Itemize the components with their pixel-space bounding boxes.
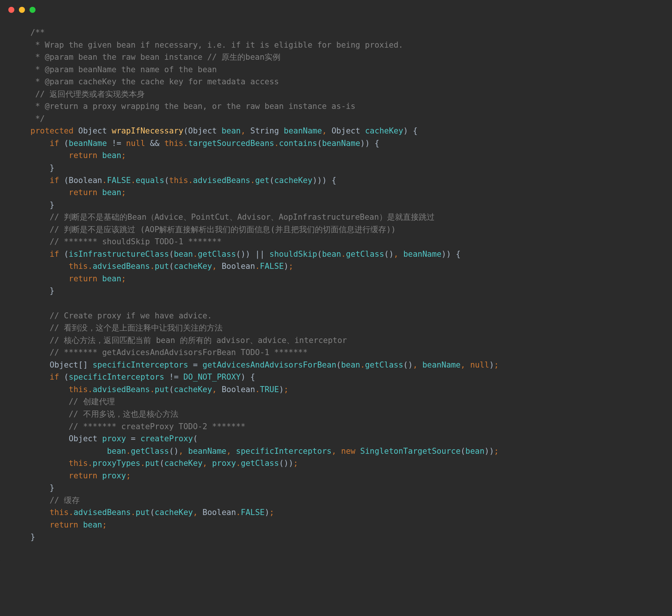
code-token: , bbox=[179, 447, 188, 456]
code-token bbox=[31, 139, 50, 148]
code-token: )) { bbox=[360, 139, 379, 148]
zoom-icon[interactable] bbox=[29, 7, 36, 13]
code-token: . bbox=[150, 385, 155, 394]
code-token: // Create proxy if we have advice. bbox=[31, 311, 212, 320]
code-token: // 缓存 bbox=[31, 496, 80, 505]
code-token: . bbox=[188, 176, 193, 185]
code-token: = bbox=[126, 434, 140, 443]
code-token: Object[] bbox=[31, 360, 93, 369]
minimize-icon[interactable] bbox=[19, 7, 25, 13]
code-token: put bbox=[145, 459, 159, 468]
code-token: . bbox=[69, 508, 74, 517]
code-token: // 创建代理 bbox=[31, 397, 115, 406]
code-token: return bbox=[69, 151, 102, 160]
code-token: . bbox=[274, 139, 279, 148]
code-token: beanName bbox=[284, 126, 322, 135]
code-token: != bbox=[107, 139, 126, 148]
code-token: advisedBeans bbox=[93, 385, 150, 394]
code-token: ; bbox=[121, 151, 126, 160]
code-token: cacheKey bbox=[164, 459, 203, 468]
code-token bbox=[31, 250, 50, 259]
code-token bbox=[31, 274, 69, 283]
code-token: . bbox=[131, 508, 136, 517]
code-token: = bbox=[188, 360, 203, 369]
code-token: . bbox=[255, 385, 260, 394]
code-token: Object bbox=[188, 126, 222, 135]
code-token: // ******* getAdvicesAndAdvisorsForBean … bbox=[31, 348, 308, 357]
code-token bbox=[31, 459, 69, 468]
code-token: cacheKey bbox=[274, 176, 313, 185]
code-token: () bbox=[169, 447, 178, 456]
code-token: ( bbox=[64, 250, 69, 259]
code-token: * @return a proxy wrapping the bean, or … bbox=[31, 102, 356, 111]
code-token: ; bbox=[121, 188, 126, 197]
code-token: equals bbox=[136, 176, 164, 185]
code-token: ()) || bbox=[236, 250, 269, 259]
code-token: beanName bbox=[188, 447, 226, 456]
code-token: // 返回代理类或者实现类本身 bbox=[31, 90, 145, 99]
code-window: /** * Wrap the given bean if necessary, … bbox=[0, 0, 672, 562]
code-token: getClass bbox=[365, 360, 403, 369]
code-token: cacheKey bbox=[155, 508, 193, 517]
code-token: ) bbox=[489, 360, 494, 369]
code-token: bean bbox=[322, 250, 341, 259]
code-token bbox=[31, 372, 50, 382]
code-token: ( bbox=[169, 250, 174, 259]
code-token: Boolean bbox=[221, 385, 255, 394]
code-token: . bbox=[183, 139, 188, 148]
code-token: . bbox=[150, 262, 155, 271]
code-token bbox=[31, 471, 69, 480]
code-token: ) bbox=[265, 508, 269, 517]
code-token: ( bbox=[159, 459, 164, 468]
code-token: beanName bbox=[403, 250, 441, 259]
code-token: ) bbox=[284, 262, 289, 271]
code-token: getClass bbox=[131, 447, 169, 456]
code-token: advisedBeans bbox=[193, 176, 251, 185]
code-token: /** bbox=[31, 28, 45, 37]
code-token: bean bbox=[174, 250, 193, 259]
code-token: ( bbox=[64, 176, 69, 185]
code-token: ( bbox=[169, 385, 174, 394]
code-token: } bbox=[31, 200, 54, 209]
code-token: , bbox=[461, 360, 470, 369]
code-token: ()) bbox=[279, 459, 293, 468]
code-token: beanName bbox=[422, 360, 460, 369]
code-token: wrapIfNecessary bbox=[112, 126, 184, 135]
code-token: specificInterceptors bbox=[93, 360, 188, 369]
code-token: ( bbox=[193, 434, 198, 443]
code-token: ; bbox=[126, 471, 131, 480]
code-token: cacheKey bbox=[174, 385, 212, 394]
code-token: . bbox=[341, 250, 346, 259]
code-token: bean bbox=[102, 188, 121, 197]
code-token: createProxy bbox=[140, 434, 193, 443]
code-token: new bbox=[341, 447, 360, 456]
code-token: . bbox=[88, 385, 93, 394]
close-icon[interactable] bbox=[8, 7, 14, 13]
code-token: beanName bbox=[322, 139, 360, 148]
code-token: // ******* shouldSkip TODO-1 ******* bbox=[31, 237, 222, 246]
code-token: ( bbox=[336, 360, 341, 369]
code-token: bean bbox=[341, 360, 360, 369]
code-token: bean bbox=[102, 274, 121, 283]
code-token: ( bbox=[317, 250, 322, 259]
code-token: bean bbox=[107, 447, 126, 456]
code-token: return bbox=[50, 520, 83, 529]
code-token: TRUE bbox=[260, 385, 279, 394]
code-token: . bbox=[126, 447, 131, 456]
code-token: getClass bbox=[346, 250, 384, 259]
code-token: && bbox=[145, 139, 164, 148]
code-token: , bbox=[413, 360, 422, 369]
code-token: , bbox=[394, 250, 403, 259]
code-token: , bbox=[226, 447, 236, 456]
code-token: cacheKey bbox=[365, 126, 403, 135]
code-token: } bbox=[31, 286, 54, 295]
code-token: null bbox=[470, 360, 489, 369]
code-token: SingletonTargetSource bbox=[360, 447, 461, 456]
code-token: ) { bbox=[403, 126, 418, 135]
code-token: bean bbox=[465, 447, 485, 456]
code-token: } bbox=[31, 532, 36, 542]
code-token: String bbox=[250, 126, 284, 135]
code-token: . bbox=[236, 508, 241, 517]
code-token: // 核心方法，返回匹配当前 bean 的所有的 advisor、advice、… bbox=[31, 336, 347, 345]
code-token: , bbox=[203, 459, 212, 468]
